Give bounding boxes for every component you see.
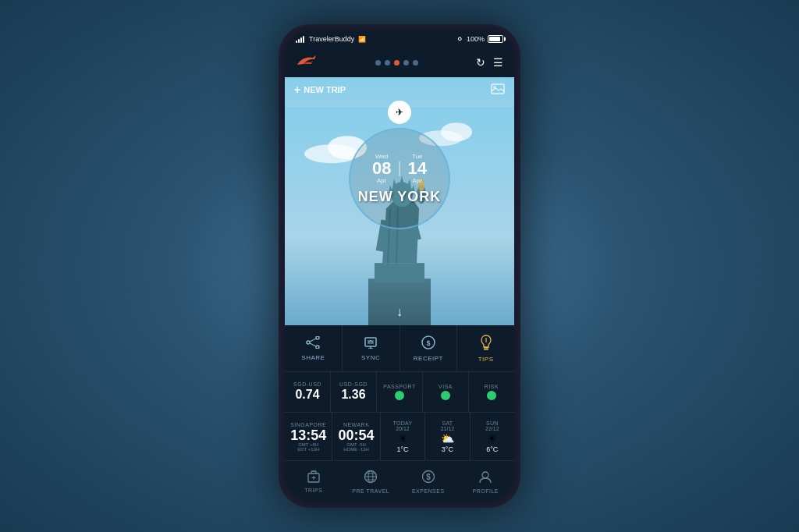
svg-point-23 bbox=[307, 341, 310, 344]
singapore-time-value: 13:54 bbox=[290, 428, 326, 442]
weather-sun-icon: ☀ bbox=[487, 432, 497, 445]
carrier-label: TravelerBuddy bbox=[309, 35, 354, 43]
currency-row: SGD-USD 0.74 USD-SGD 1.36 PASSPORT VISA … bbox=[285, 372, 514, 413]
dot-3-active[interactable] bbox=[394, 60, 400, 66]
nav-profile[interactable]: PROFILE bbox=[457, 461, 515, 502]
weather-today-temp: 1°C bbox=[396, 445, 408, 453]
bottom-panel: SHARE SYNC bbox=[285, 325, 514, 502]
visa-status bbox=[441, 391, 450, 400]
signal-bar-3 bbox=[300, 37, 302, 43]
bluetooth-icon: ⭘ bbox=[456, 35, 463, 43]
singapore-time-cell[interactable]: SINGAPORE 13:54 GMT +8H EDT +13H bbox=[285, 413, 332, 460]
tips-action[interactable]: TIPS bbox=[457, 325, 514, 371]
trip-circle: Wed 08 Apr | Tue 14 Apr NEW YORK bbox=[349, 128, 450, 229]
pre-travel-icon bbox=[364, 470, 378, 487]
sync-action[interactable]: SYNC bbox=[343, 325, 400, 371]
new-trip-bar: + NEW TRIP bbox=[285, 77, 514, 102]
status-bar: TravelerBuddy 📶 ⭘ 100% bbox=[285, 30, 514, 48]
sync-label: SYNC bbox=[361, 354, 380, 361]
date-from-month: Apr bbox=[372, 177, 391, 184]
profile-icon bbox=[478, 470, 492, 487]
trips-label: TRIPS bbox=[304, 488, 322, 493]
weather-sat-date: 21/12 bbox=[441, 426, 455, 431]
status-bar-right: ⭘ 100% bbox=[456, 35, 503, 43]
newark-time-value: 00:54 bbox=[339, 428, 375, 442]
trip-section: + NEW TRIP ✈ bbox=[285, 77, 514, 325]
singapore-gmt2: EDT +13H bbox=[297, 447, 319, 452]
sgd-usd-label: SGD-USD bbox=[293, 381, 321, 387]
svg-line-25 bbox=[310, 343, 316, 346]
gallery-icon[interactable] bbox=[491, 83, 505, 97]
action-row: SHARE SYNC bbox=[285, 325, 514, 372]
visa-cell[interactable]: VISA bbox=[423, 372, 469, 412]
date-to: Tue 14 Apr bbox=[408, 153, 427, 184]
usd-sgd-cell[interactable]: USD-SGD 1.36 bbox=[331, 372, 377, 412]
weather-today-label: TODAY bbox=[393, 420, 413, 426]
svg-rect-19 bbox=[492, 84, 504, 94]
dot-1[interactable] bbox=[375, 60, 381, 66]
phone-shell: TravelerBuddy 📶 ⭘ 100% bbox=[279, 24, 520, 508]
receipt-label: RECEIPT bbox=[414, 355, 443, 362]
svg-rect-33 bbox=[484, 349, 488, 350]
down-arrow[interactable]: ↓ bbox=[396, 305, 403, 319]
receipt-icon: $ bbox=[421, 335, 435, 353]
time-weather-row: SINGAPORE 13:54 GMT +8H EDT +13H NEWARK … bbox=[285, 413, 514, 461]
weather-today-cell[interactable]: TODAY 20/12 ☀ 1°C bbox=[381, 413, 425, 460]
signal-bar-1 bbox=[296, 41, 297, 43]
passport-status bbox=[395, 391, 404, 400]
svg-rect-32 bbox=[484, 347, 488, 349]
risk-label: RISK bbox=[485, 384, 499, 389]
weather-sun-cell[interactable]: SUN 22/12 ☀ 6°C bbox=[471, 413, 514, 460]
trips-icon bbox=[307, 470, 321, 486]
refresh-icon[interactable]: ↻ bbox=[476, 56, 485, 69]
new-trip-button[interactable]: + NEW TRIP bbox=[294, 83, 346, 96]
dot-2[interactable] bbox=[385, 60, 390, 66]
plus-icon: + bbox=[294, 83, 300, 96]
trip-circle-container: ✈ Wed 08 Apr | Tue 14 Apr bbox=[349, 101, 450, 229]
svg-line-24 bbox=[310, 339, 316, 342]
signal-bar-2 bbox=[298, 39, 300, 43]
signal-bars bbox=[296, 35, 304, 43]
passport-label: PASSPORT bbox=[383, 384, 415, 389]
share-icon bbox=[306, 336, 320, 353]
svg-text:$: $ bbox=[426, 473, 431, 481]
dot-5[interactable] bbox=[413, 60, 418, 66]
profile-label: PROFILE bbox=[473, 488, 499, 494]
sgd-usd-value: 0.74 bbox=[295, 387, 319, 402]
share-label: SHARE bbox=[301, 354, 325, 361]
date-from: Wed 08 Apr bbox=[372, 153, 391, 184]
passport-cell[interactable]: PASSPORT bbox=[377, 372, 423, 412]
sgd-usd-cell[interactable]: SGD-USD 0.74 bbox=[285, 372, 331, 412]
newark-time-cell[interactable]: NEWARK 00:54 GMT -5H HOME -13H bbox=[332, 413, 380, 460]
share-action[interactable]: SHARE bbox=[285, 325, 343, 371]
nav-pre-travel[interactable]: PRE TRAVEL bbox=[343, 461, 400, 502]
svg-point-45 bbox=[482, 472, 488, 478]
date-divider: | bbox=[397, 159, 401, 177]
date-to-day: Tue bbox=[408, 153, 427, 160]
battery-fill bbox=[489, 37, 500, 41]
singapore-city-label: SINGAPORE bbox=[290, 422, 326, 427]
risk-cell[interactable]: RISK bbox=[469, 372, 514, 412]
receipt-action[interactable]: $ RECEIPT bbox=[400, 325, 458, 371]
newark-gmt2: HOME -13H bbox=[343, 447, 369, 452]
weather-sun-label: SUN bbox=[486, 420, 499, 426]
weather-today-icon: ☀ bbox=[398, 432, 408, 445]
svg-rect-6 bbox=[375, 263, 424, 282]
app-logo bbox=[296, 53, 318, 73]
weather-today-date: 20/12 bbox=[396, 426, 410, 431]
app-header: ↻ ☰ bbox=[285, 48, 514, 77]
menu-icon[interactable]: ☰ bbox=[493, 56, 503, 69]
expenses-label: EXPENSES bbox=[412, 488, 445, 494]
svg-text:$: $ bbox=[426, 339, 430, 347]
nav-trips[interactable]: TRIPS bbox=[285, 461, 343, 502]
sync-icon bbox=[364, 336, 378, 353]
new-trip-label: NEW TRIP bbox=[304, 85, 346, 94]
expenses-icon: $ bbox=[421, 470, 435, 487]
date-to-month: Apr bbox=[408, 177, 427, 184]
weather-sat-cell[interactable]: SAT 21/12 ⛅ 3°C bbox=[425, 413, 470, 460]
tips-label: TIPS bbox=[478, 356, 494, 363]
dot-4[interactable] bbox=[403, 60, 409, 66]
pre-travel-label: PRE TRAVEL bbox=[352, 488, 389, 494]
weather-sat-icon: ⛅ bbox=[441, 432, 454, 445]
nav-expenses[interactable]: $ EXPENSES bbox=[400, 461, 457, 502]
